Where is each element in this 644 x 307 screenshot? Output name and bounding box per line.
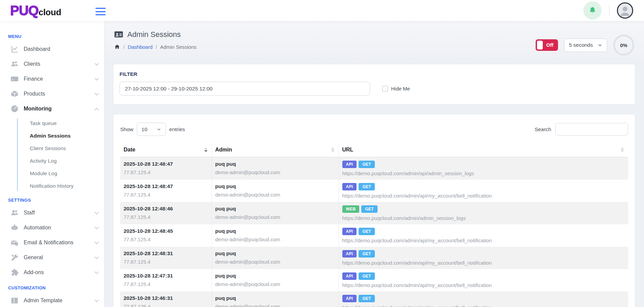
sidebar-item-label: Finance [24,76,43,82]
id-card-icon [114,30,123,39]
admin-cell: puq puq demo-admin@puqcloud.com [212,291,339,307]
checkbox-box[interactable] [382,86,388,91]
hide-me-label: Hide Me [391,86,410,91]
column-header-date[interactable]: Date [120,143,212,157]
get-badge: GET [359,228,375,235]
sidebar-item-staff[interactable]: Staff [0,205,104,220]
topbar-divider [609,5,609,16]
page-header: Admin Sessions / Dashboard / Admin Sessi… [104,21,644,62]
admin-cell: puq puq demo-admin@puqcloud.com [212,157,339,180]
products-icon [10,89,19,98]
date-range-input[interactable] [120,82,370,96]
api-badge: API [342,272,357,280]
sidebar-item-add-ons[interactable]: Add-ons [0,265,104,280]
sidebar-item-general[interactable]: General [0,250,104,265]
sidebar-item-label: Admin Template [24,298,62,304]
get-badge: GET [359,183,375,190]
url-cell: APIGET https://demo.puqcloud.com/admin/a… [339,157,628,180]
logo-text-cloud: cloud [39,8,61,16]
sidebar-item-label: Products [24,91,45,97]
get-badge: GET [361,205,378,213]
page-title: Admin Sessions [127,30,181,39]
auto-refresh-toggle[interactable]: Off [536,39,558,51]
chevron-down-icon [94,225,99,229]
url-cell: APIGET https://demo.puqcloud.com/admin/a… [339,224,628,247]
url-cell: APIGET https://demo.puqcloud.com/admin/a… [339,180,628,202]
home-icon[interactable] [114,44,120,50]
chevron-down-icon [94,61,99,66]
sidebar-item-admin-template[interactable]: Admin Template [0,293,104,307]
breadcrumb-current: Admin Sessions [160,44,197,50]
sidebar-subitem-admin-sessions[interactable]: Admin Sessions [20,129,104,142]
hide-me-checkbox[interactable]: Hide Me [382,86,410,91]
date-cell: 2025-10-28 12:48:31 77.87.125.4 [120,247,212,269]
admin-cell: puq puq demo-admin@puqcloud.com [212,224,339,247]
chevron-down-icon [94,255,99,259]
api-badge: API [342,183,357,190]
breadcrumb-dashboard-link[interactable]: Dashboard [128,44,152,50]
get-badge: GET [359,161,375,168]
sidebar-subitem-task-queue[interactable]: Task queue [20,117,104,129]
sidebar: MENUDashboardClientsFinanceProductsMonit… [0,21,104,307]
sidebar-item-automation[interactable]: Automation [0,220,104,235]
sidebar-item-monitoring[interactable]: Monitoring [0,101,104,116]
notifications-bell-button[interactable] [583,1,602,20]
api-badge: API [342,250,357,258]
url-cell: APIGET https://demo.puqcloud.com/admin/a… [339,269,628,291]
sidebar-item-finance[interactable]: Finance [0,71,104,86]
bell-icon [588,6,597,15]
date-cell: 2025-10-28 12:46:31 77.87.125.4 [120,291,212,307]
brand-logo[interactable]: PUQ cloud [0,5,94,16]
user-avatar[interactable] [617,2,633,19]
sidebar-item-label: Monitoring [24,106,52,112]
admin-cell: puq puq demo-admin@puqcloud.com [212,269,339,291]
refresh-progress-value: 0% [620,42,627,48]
dashboard-icon [10,45,19,54]
refresh-interval-select[interactable]: 5 seconds [564,39,607,52]
sidebar-item-email-notifications[interactable]: Email & Notifications [0,235,104,250]
column-header-url[interactable]: URL [339,143,628,157]
date-cell: 2025-10-28 12:48:45 77.87.125.4 [120,224,212,247]
sort-icon [331,147,335,152]
admin-cell: puq puq demo-admin@puqcloud.com [212,180,339,202]
web-badge: WEB [342,205,360,213]
sidebar-section-label: MENU [8,34,104,39]
sidebar-item-label: Clients [24,61,40,67]
filter-heading: FILTER [120,71,629,77]
hamburger-menu-icon[interactable] [95,8,106,15]
sidebar-subitem-client-sessions[interactable]: Client Sessions [20,142,104,155]
table-row: 2025-10-28 12:47:31 77.87.125.4 puq puq … [120,269,628,291]
admin-cell: puq puq demo-admin@puqcloud.com [212,202,339,224]
toggle-label: Off [543,42,557,48]
search-input[interactable] [555,123,628,136]
date-cell: 2025-10-28 12:48:47 77.87.125.4 [120,157,212,180]
get-badge: GET [359,272,375,280]
api-badge: API [342,228,357,235]
sidebar-item-clients[interactable]: Clients [0,57,104,71]
sidebar-item-label: Add-ons [24,269,44,275]
sidebar-item-label: Automation [24,225,51,231]
chevron-down-icon [157,127,161,131]
sort-icon [621,147,624,152]
sidebar-subitem-module-log[interactable]: Module Log [20,167,104,180]
get-badge: GET [359,295,375,302]
chevron-down-icon [94,76,99,81]
staff-icon [10,208,19,217]
general-icon [10,253,19,262]
main-content: Admin Sessions / Dashboard / Admin Sessi… [104,21,644,307]
sidebar-submenu: Task queueAdmin SessionsClient SessionsA… [0,117,104,192]
date-cell: 2025-10-28 12:47:31 77.87.125.4 [120,269,212,291]
show-label: Show [120,126,133,132]
sidebar-item-products[interactable]: Products [0,86,104,101]
table-row: 2025-10-28 12:48:47 77.87.125.4 puq puq … [120,157,628,180]
column-header-admin[interactable]: Admin [212,143,339,157]
api-badge: API [342,295,357,302]
sidebar-item-dashboard[interactable]: Dashboard [0,42,104,57]
automation-icon [10,223,19,232]
logo-text-puq: PUQ [10,5,39,16]
sidebar-item-label: Email & Notifications [24,240,73,246]
sidebar-subitem-notification-history[interactable]: Notification History [20,180,104,192]
page-size-value: 10 [142,126,147,132]
sidebar-subitem-activity-log[interactable]: Activity Log [20,155,104,167]
page-size-select[interactable]: 10 [137,123,166,136]
